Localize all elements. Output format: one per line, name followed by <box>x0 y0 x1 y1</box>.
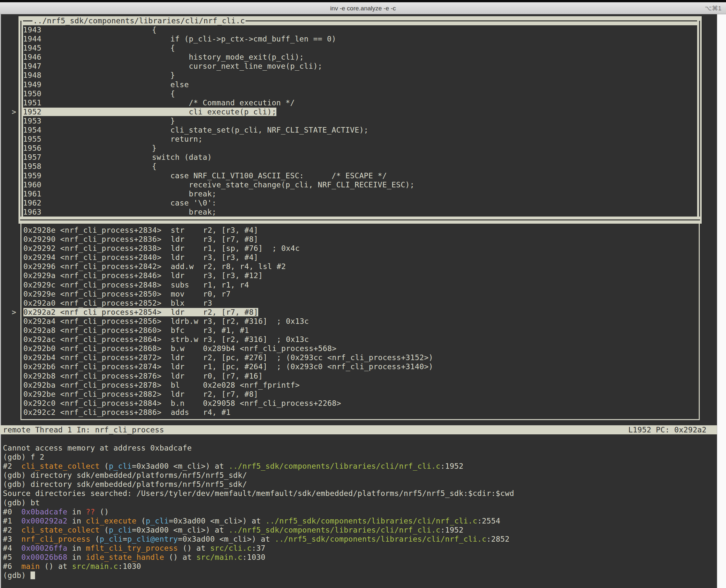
source-line: 1958 { <box>23 162 697 171</box>
source-line: 1950 { <box>23 89 697 98</box>
asm-line: 0x292c0 <nrf_cli_process+2884> b.n 0x290… <box>23 399 698 408</box>
macos-titlebar[interactable]: inv -e core.analyze -e -c ⌥⌘1 <box>0 2 726 14</box>
asm-line: 0x292a4 <nrf_cli_process+2856> ldrb.w r3… <box>23 317 698 326</box>
asm-current-line-marker: > <box>12 308 18 317</box>
source-line: 1947 cursor_next_line_move(p_cli); <box>23 62 697 71</box>
asm-code-lines[interactable]: 0x2928e <nrf_cli_process+2834> str r2, [… <box>23 226 698 417</box>
console-line: #4 0x00026ffa in mflt_cli_try_process ()… <box>3 544 715 553</box>
source-line: 1953 } <box>23 117 697 125</box>
status-thread-info: remote Thread 1 In: nrf_cli_process <box>3 425 164 434</box>
asm-line: 0x29294 <nrf_cli_process+2840> ldr r3, [… <box>23 253 698 262</box>
source-window-bottom-border <box>19 216 702 224</box>
console-line: (gdb) <box>3 571 715 580</box>
asm-line: 0x292a0 <nrf_cli_process+2852> blx r3 <box>23 298 698 308</box>
console-line: #3 nrf_cli_process (p_cli=p_cli@entry=0x… <box>3 534 715 544</box>
gdb-console[interactable]: Cannot access memory at address 0xbadcaf… <box>3 443 715 580</box>
window-left-edge <box>0 14 1 588</box>
console-line: (gdb) directory sdk/embedded/platforms/n… <box>3 471 715 480</box>
asm-line: 0x292b4 <nrf_cli_process+2872> ldr r2, [… <box>23 353 698 362</box>
source-line: 1951 /* Command execution */ <box>23 98 697 107</box>
window-title: inv -e core.analyze -e -c <box>0 2 726 14</box>
source-line: 1957 switch (data) <box>23 153 697 162</box>
terminal-window: inv -e core.analyze -e -c ⌥⌘1 ../nrf5_sd… <box>0 0 726 588</box>
source-line: 1959 case NRF_CLI_VT100_ASCII_ESC: /* ES… <box>23 171 697 180</box>
source-line: 1954 cli_state_set(p_cli, NRF_CLI_STATE_… <box>23 125 697 134</box>
gdb-status-bar: remote Thread 1 In: nrf_cli_process L195… <box>0 425 717 434</box>
source-window-left-border <box>19 16 23 224</box>
asm-line: 0x2928e <nrf_cli_process+2834> str r2, [… <box>23 226 698 235</box>
asm-window-bottom-border <box>20 419 700 420</box>
tab-shortcut-badge: ⌥⌘1 <box>705 2 722 14</box>
console-line: #1 0x000292a2 in cli_execute (p_cli=0x3a… <box>3 517 715 525</box>
source-line: 1955 return; <box>23 134 697 144</box>
asm-line: 0x292b0 <nrf_cli_process+2868> b.w 0x289… <box>23 344 698 353</box>
source-line: 1952 cli_execute(p_cli); <box>23 107 697 117</box>
asm-line: 0x29290 <nrf_cli_process+2836> ldr r3, [… <box>23 235 698 244</box>
source-line: 1963 break; <box>23 207 697 216</box>
asm-line: 0x292be <nrf_cli_process+2882> ldr r2, [… <box>23 390 698 399</box>
scrollbar[interactable] <box>717 14 726 588</box>
source-line: 1961 break; <box>23 189 697 198</box>
console-line: #0 0x0badcafe in ?? () <box>3 507 715 517</box>
asm-line: 0x292ba <nrf_cli_process+2878> bl 0x2e02… <box>23 381 698 390</box>
source-line: 1948 } <box>23 71 697 80</box>
border-line <box>20 21 21 220</box>
source-line: 1949 else <box>23 80 697 89</box>
source-line: 1960 receive_state_change(p_cli, NRF_CLI… <box>23 180 697 189</box>
console-line: #2 cli_state_collect (p_cli=0x3ad00 <m_c… <box>3 525 715 534</box>
source-line: 1944 if (p_cli->p_ctx->cmd_buff_len == 0… <box>23 34 697 43</box>
console-line: (gdb) directory sdk/embedded/platforms/n… <box>3 480 715 489</box>
asm-line: 0x292b8 <nrf_cli_process+2876> ldr r0, [… <box>23 372 698 381</box>
source-window: ../nrf5_sdk/components/libraries/cli/nrf… <box>19 16 702 224</box>
asm-window-left-border <box>20 223 21 420</box>
source-line: 1945 { <box>23 43 697 52</box>
asm-line: 0x29292 <nrf_cli_process+2838> ldr r1, [… <box>23 244 698 253</box>
asm-window-right-border <box>699 223 700 420</box>
asm-line: 0x292ac <nrf_cli_process+2864> strb.w r3… <box>23 335 698 344</box>
source-line: 1962 case '\0': <box>23 198 697 207</box>
source-code-lines[interactable]: 1943 {1944 if (p_cli->p_ctx->cmd_buff_le… <box>23 25 697 216</box>
console-line: (gdb) bt <box>3 498 715 507</box>
text-cursor <box>31 571 35 579</box>
source-line: 1943 { <box>23 25 697 34</box>
screen-top-strip <box>0 0 726 2</box>
asm-line: 0x2929a <nrf_cli_process+2846> ldr r3, [… <box>23 271 698 280</box>
source-window-right-border <box>697 16 702 224</box>
source-current-line-marker: > <box>12 107 18 117</box>
asm-line: 0x292c2 <nrf_cli_process+2886> adds r4, … <box>23 408 698 417</box>
border-line <box>699 21 700 220</box>
asm-line: 0x29296 <nrf_cli_process+2842> add.w r2,… <box>23 262 698 271</box>
console-line: #5 0x00026b68 in idle_state_handle () at… <box>3 553 715 562</box>
status-line-pc-info: L1952 PC: 0x292a2 <box>628 425 707 434</box>
asm-line: 0x292a2 <nrf_cli_process+2854> ldr r2, [… <box>23 308 698 317</box>
asm-line: 0x2929c <nrf_cli_process+2848> subs r1, … <box>23 280 698 290</box>
console-line: #6 main () at src/main.c:1030 <box>3 562 715 571</box>
source-window-top-border: ../nrf5_sdk/components/libraries/cli/nrf… <box>19 16 702 25</box>
source-line: 1946 history_mode_exit(p_cli); <box>23 52 697 62</box>
asm-line: 0x2929e <nrf_cli_process+2850> mov r0, r… <box>23 290 698 298</box>
console-line: Cannot access memory at address 0xbadcaf… <box>3 443 715 453</box>
source-line: 1956 } <box>23 144 697 153</box>
console-line: #2 cli_state_collect (p_cli=0x3ad00 <m_c… <box>3 462 715 471</box>
asm-line: 0x292b6 <nrf_cli_process+2874> ldr r1, [… <box>23 362 698 371</box>
console-line: Source directories searched: /Users/tyle… <box>3 489 715 498</box>
source-file-title: ../nrf5_sdk/components/libraries/cli/nrf… <box>33 16 246 25</box>
border-line <box>20 219 700 220</box>
asm-line: 0x292a8 <nrf_cli_process+2860> bfc r3, #… <box>23 326 698 335</box>
console-line: (gdb) f 2 <box>3 453 715 462</box>
